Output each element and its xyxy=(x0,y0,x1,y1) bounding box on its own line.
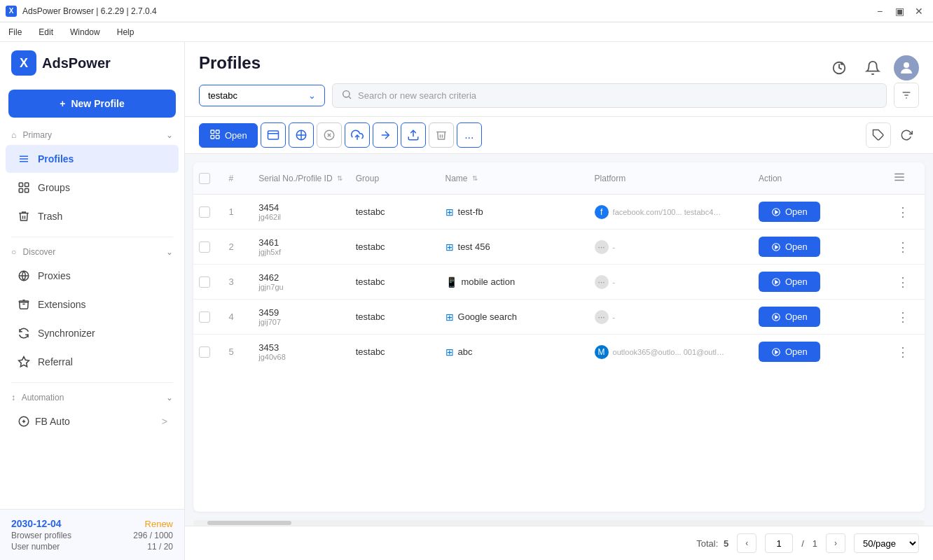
main-header: Profiles testabc ⌄ xyxy=(185,42,933,117)
open-profile-button[interactable]: Open xyxy=(759,342,820,362)
avatar[interactable] xyxy=(894,55,919,80)
sidebar-item-groups[interactable]: Groups xyxy=(6,174,179,202)
filter-button[interactable] xyxy=(894,83,919,108)
row-checkbox-cell[interactable] xyxy=(193,195,223,230)
upload-button[interactable] xyxy=(345,122,370,148)
row-checkbox-cell[interactable] xyxy=(193,300,223,335)
row-num: 2 xyxy=(223,230,254,265)
more-actions-button[interactable]: ... xyxy=(457,122,482,148)
group-select[interactable]: testabc ⌄ xyxy=(199,85,325,106)
close-button[interactable]: ✕ xyxy=(911,3,927,20)
row-more-cell: ⋮ xyxy=(887,195,925,230)
row-more-button[interactable]: ⋮ xyxy=(893,272,913,292)
row-num: 1 xyxy=(223,195,254,230)
menu-help[interactable]: Help xyxy=(114,26,137,38)
row-more-button[interactable]: ⋮ xyxy=(893,202,913,222)
profile-id: jgjn7gu xyxy=(258,283,344,291)
profile-id: jg462il xyxy=(258,213,344,221)
profiles-icon xyxy=(17,152,31,166)
page-number-input[interactable] xyxy=(765,533,793,553)
platform-icon: f xyxy=(595,205,609,219)
select-all-checkbox[interactable] xyxy=(199,173,210,184)
grid-view-button[interactable] xyxy=(289,122,314,148)
row-group: testabc xyxy=(350,230,440,265)
group-select-chevron-icon: ⌄ xyxy=(308,90,316,101)
mobile-icon: 📱 xyxy=(445,276,457,288)
notification-bell-icon[interactable] xyxy=(860,55,885,80)
app-logo-icon: X xyxy=(6,6,17,17)
row-checkbox[interactable] xyxy=(199,312,210,323)
row-checkbox[interactable] xyxy=(199,206,210,218)
windows-icon: ⊞ xyxy=(445,241,454,253)
sidebar-item-synchronizer[interactable]: Synchronizer xyxy=(6,319,179,347)
page-total: 1 xyxy=(813,538,817,549)
sidebar-item-proxies[interactable]: Proxies xyxy=(6,262,179,290)
open-profile-button[interactable]: Open xyxy=(759,307,820,327)
horizontal-scrollbar[interactable] xyxy=(193,520,925,526)
open-profile-icon xyxy=(771,347,781,357)
table-footer: Total: 5 ‹ / 1 › 50/page 100/page 200/pa… xyxy=(185,526,933,560)
row-serial: 3453 jg40v68 xyxy=(253,335,350,370)
maximize-button[interactable]: ▣ xyxy=(891,3,908,20)
page-size-select[interactable]: 50/page 100/page 200/page xyxy=(854,533,919,553)
row-serial: 3462 jgjn7gu xyxy=(253,265,350,300)
row-checkbox[interactable] xyxy=(199,346,210,358)
export-button[interactable] xyxy=(401,122,426,148)
sidebar-item-trash[interactable]: Trash xyxy=(6,202,179,230)
row-more-button[interactable]: ⋮ xyxy=(893,237,913,257)
sidebar-item-fb-auto[interactable]: FB Auto > xyxy=(6,407,179,435)
row-more-button[interactable]: ⋮ xyxy=(893,342,913,362)
search-box[interactable]: Search or new search criteria xyxy=(332,83,887,108)
header-serial[interactable]: Serial No./Profile ID ⇅ xyxy=(253,162,350,195)
renew-button[interactable]: Renew xyxy=(145,519,173,529)
open-profile-button[interactable]: Open xyxy=(759,237,820,257)
profile-id: jg40v68 xyxy=(258,353,344,361)
sidebar-item-profiles[interactable]: Profiles xyxy=(6,145,179,173)
header-settings[interactable] xyxy=(887,162,925,195)
row-checkbox[interactable] xyxy=(199,276,210,288)
minimize-button[interactable]: − xyxy=(871,3,888,20)
prev-page-button[interactable]: ‹ xyxy=(737,533,756,553)
header-icons xyxy=(827,55,919,80)
total-label: Total: 5 xyxy=(696,538,728,549)
row-checkbox-cell[interactable] xyxy=(193,265,223,300)
name-cell: 📱 mobile action xyxy=(445,276,583,288)
row-num: 5 xyxy=(223,335,254,370)
profiles-table-container: # Serial No./Profile ID ⇅ Group xyxy=(193,162,925,512)
new-profile-button[interactable]: + New Profile xyxy=(8,90,176,118)
browser-view-button[interactable] xyxy=(261,122,286,148)
platform-cell: ··· - xyxy=(595,310,747,324)
open-button[interactable]: Open xyxy=(199,123,258,148)
tag-filter-button[interactable] xyxy=(866,122,891,148)
svg-rect-19 xyxy=(268,131,278,139)
table-refresh-button[interactable] xyxy=(894,122,919,148)
platform-text: - xyxy=(613,278,616,286)
total-value: 5 xyxy=(724,538,728,549)
menu-window[interactable]: Window xyxy=(67,26,103,38)
next-page-button[interactable]: › xyxy=(826,533,845,553)
sidebar-item-referral[interactable]: Referral xyxy=(6,348,179,376)
header-name[interactable]: Name ⇅ xyxy=(440,162,589,195)
groups-icon xyxy=(17,181,31,195)
header-checkbox[interactable] xyxy=(193,162,223,195)
row-checkbox-cell[interactable] xyxy=(193,335,223,370)
open-profile-button[interactable]: Open xyxy=(759,272,820,292)
close-profiles-button[interactable] xyxy=(317,122,342,148)
refresh-history-icon[interactable] xyxy=(827,55,852,80)
discover-icon: ○ xyxy=(11,247,16,257)
open-profile-button[interactable]: Open xyxy=(759,202,820,222)
row-platform: ··· - xyxy=(589,300,753,335)
scrollbar-thumb[interactable] xyxy=(207,521,291,525)
menu-file[interactable]: File xyxy=(6,26,25,38)
menu-edit[interactable]: Edit xyxy=(36,26,56,38)
delete-button[interactable] xyxy=(429,122,454,148)
svg-rect-15 xyxy=(211,130,214,134)
windows-icon: ⊞ xyxy=(445,312,454,323)
sidebar-item-extensions[interactable]: Extensions xyxy=(6,290,179,318)
serial-number: 3459 xyxy=(258,307,344,318)
move-button[interactable] xyxy=(373,122,398,148)
row-checkbox-cell[interactable] xyxy=(193,230,223,265)
row-more-button[interactable]: ⋮ xyxy=(893,307,913,327)
svg-rect-2 xyxy=(19,189,22,192)
row-checkbox[interactable] xyxy=(199,241,210,253)
